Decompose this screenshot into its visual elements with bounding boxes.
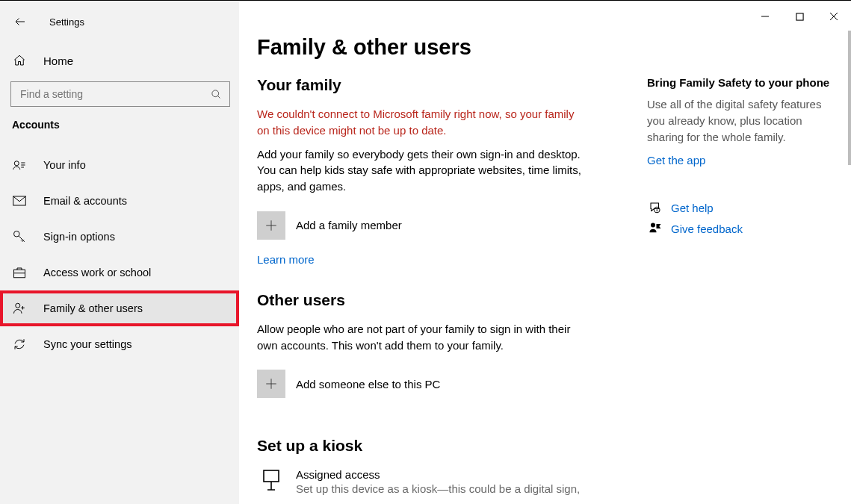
sidebar-item-your-info[interactable]: Your info (0, 147, 239, 183)
person-card-icon (12, 158, 27, 172)
svg-rect-6 (796, 13, 802, 19)
sidebar-item-sync[interactable]: Sync your settings (0, 326, 239, 362)
minimize-button[interactable] (748, 5, 782, 28)
sidebar-item-label: Sync your settings (43, 338, 131, 350)
get-help-link[interactable]: Get help (647, 201, 834, 214)
add-family-label: Add a family member (296, 219, 402, 231)
sidebar-item-label: Sign-in options (43, 231, 115, 243)
svg-point-5 (16, 303, 20, 308)
sidebar-header: Settings (0, 8, 239, 35)
give-feedback-link[interactable]: Give feedback (647, 222, 834, 235)
sidebar-item-label: Your info (43, 159, 86, 171)
add-other-label: Add someone else to this PC (296, 378, 440, 391)
briefcase-icon (12, 265, 27, 280)
give-feedback-label: Give feedback (671, 223, 743, 235)
svg-point-0 (212, 90, 219, 96)
sidebar-home[interactable]: Home (0, 47, 239, 74)
kiosk-icon (257, 468, 285, 491)
learn-more-link[interactable]: Learn more (257, 253, 616, 266)
aside-description: Use all of the digital safety features y… (647, 96, 834, 145)
assigned-access-subtitle: Set up this device as a kiosk—this could… (296, 482, 580, 495)
content-aside: Bring Family Safety to your phone Use al… (647, 76, 834, 495)
sidebar-item-signin[interactable]: Sign-in options (0, 219, 239, 255)
main-content: Family & other users Your family We coul… (239, 1, 851, 504)
back-button[interactable] (12, 13, 28, 30)
sidebar-item-email[interactable]: Email & accounts (0, 183, 239, 219)
family-error-text: We couldn't connect to Microsoft family … (257, 106, 586, 139)
assigned-access-button[interactable]: Assigned access Set up this device as a … (257, 468, 616, 495)
maximize-button[interactable] (782, 5, 817, 28)
family-heading: Your family (257, 76, 616, 94)
get-help-label: Get help (671, 202, 714, 214)
assigned-access-title: Assigned access (296, 468, 580, 481)
sidebar-item-family[interactable]: Family & other users (0, 290, 239, 326)
page-title: Family & other users (257, 35, 851, 60)
window-title: Settings (49, 16, 84, 28)
svg-point-3 (14, 231, 20, 237)
sidebar-item-label: Access work or school (43, 267, 151, 279)
plus-icon (257, 370, 285, 398)
other-users-heading: Other users (257, 291, 616, 309)
sidebar-item-label: Family & other users (43, 302, 143, 314)
aside-heading: Bring Family Safety to your phone (647, 76, 834, 89)
sidebar-nav: Your info Email & accounts Sign-in optio… (0, 147, 239, 362)
content-main: Your family We couldn't connect to Micro… (257, 76, 616, 495)
close-button[interactable] (817, 5, 851, 28)
kiosk-heading: Set up a kiosk (257, 437, 616, 455)
home-label: Home (43, 55, 73, 67)
sidebar-item-work-school[interactable]: Access work or school (0, 255, 239, 290)
svg-rect-7 (264, 470, 279, 482)
mail-icon (12, 193, 27, 208)
svg-rect-4 (14, 270, 25, 278)
home-icon (12, 53, 27, 68)
add-other-user-button[interactable]: Add someone else to this PC (257, 370, 616, 398)
feedback-icon (647, 222, 663, 235)
search-input[interactable] (19, 87, 211, 101)
add-family-member-button[interactable]: Add a family member (257, 211, 616, 240)
other-users-description: Allow people who are not part of your fa… (257, 321, 586, 354)
sync-icon (12, 337, 27, 352)
family-description: Add your family so everybody gets their … (257, 146, 586, 195)
help-icon (647, 201, 663, 214)
get-app-link[interactable]: Get the app (647, 154, 834, 167)
svg-point-1 (14, 161, 19, 166)
plus-icon (257, 211, 285, 240)
sidebar-item-label: Email & accounts (43, 195, 127, 207)
sidebar-section-title: Accounts (0, 107, 239, 131)
window-controls (748, 5, 851, 28)
scrollbar-thumb[interactable] (848, 31, 851, 165)
search-box[interactable] (10, 81, 230, 107)
person-plus-icon (12, 301, 27, 316)
key-icon (12, 229, 27, 244)
search-icon (211, 89, 222, 100)
svg-point-9 (651, 223, 655, 228)
sidebar: Settings Home Accounts (0, 1, 239, 504)
scrollbar[interactable] (848, 1, 851, 504)
